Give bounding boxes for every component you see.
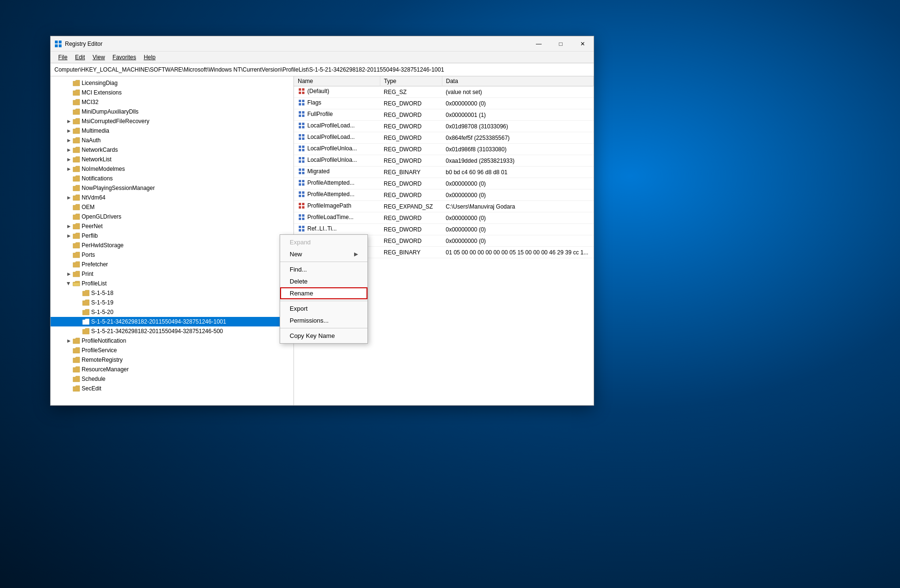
folder-icon bbox=[73, 185, 80, 191]
reg-name: ProfileAttempted... bbox=[294, 178, 380, 189]
tree-item-multimedia[interactable]: ▶ Multimedia bbox=[51, 126, 293, 136]
tree-item-nowplayingsessionmanager[interactable]: NowPlayingSessionManager bbox=[51, 183, 293, 193]
table-row[interactable]: LocalProfileUnloa... REG_DWORD 0x01d986f… bbox=[294, 144, 594, 155]
minimize-button[interactable]: — bbox=[528, 36, 550, 52]
tree-item-opengldrivers[interactable]: OpenGLDrivers bbox=[51, 212, 293, 221]
maximize-button[interactable]: □ bbox=[550, 36, 572, 52]
table-row[interactable]: Migrated REG_BINARY b0 bd c4 60 96 d8 d8… bbox=[294, 167, 594, 178]
tree-item-remoteregistry[interactable]: RemoteRegistry bbox=[51, 355, 293, 365]
folder-icon bbox=[73, 166, 80, 172]
tree-label: MiniDumpAuxiliaryDlls bbox=[82, 108, 138, 115]
svg-rect-29 bbox=[299, 157, 301, 159]
tree-item-ports[interactable]: Ports bbox=[51, 250, 293, 260]
svg-rect-50 bbox=[302, 214, 304, 217]
ctx-copy-key-name[interactable]: Copy Key Name bbox=[280, 330, 367, 342]
tree-label: Print bbox=[82, 271, 94, 277]
title-bar: Registry Editor — □ ✕ bbox=[51, 36, 594, 52]
folder-icon bbox=[73, 252, 80, 258]
tree-item-naauth[interactable]: ▶ NaAuth bbox=[51, 136, 293, 145]
svg-rect-25 bbox=[299, 146, 301, 148]
reg-type: REG_DWORD bbox=[380, 224, 442, 235]
col-name[interactable]: Name bbox=[294, 76, 380, 86]
ctx-rename[interactable]: Rename bbox=[280, 287, 367, 299]
reg-data: 0x864fef5f (2253385567) bbox=[442, 132, 594, 144]
tree-item-networklist[interactable]: ▶ NetworkList bbox=[51, 155, 293, 164]
ctx-export[interactable]: Export bbox=[280, 303, 367, 315]
reg-type: REG_EXPAND_SZ bbox=[380, 201, 442, 212]
reg-type: REG_DWORD bbox=[380, 98, 442, 109]
tree-pane[interactable]: LicensingDiag MCI Extensions MCI32 bbox=[51, 76, 294, 405]
reg-type: REG_DWORD bbox=[380, 178, 442, 189]
ctx-find[interactable]: Find... bbox=[280, 263, 367, 275]
tree-item-s-1-5-19[interactable]: S-1-5-19 bbox=[51, 298, 293, 307]
menu-edit[interactable]: Edit bbox=[71, 53, 89, 62]
tree-item-perflib[interactable]: ▶ Perflib bbox=[51, 231, 293, 241]
tree-item-notifications[interactable]: Notifications bbox=[51, 174, 293, 183]
tree-item-perhwidstorage[interactable]: PerHwIdStorage bbox=[51, 241, 293, 250]
tree-item-msicorruptedfilerecovery[interactable]: ▶ MsiCorruptedFileRecovery bbox=[51, 116, 293, 126]
table-row[interactable]: LocalProfileUnloa... REG_DWORD 0xaa19dde… bbox=[294, 155, 594, 167]
reg-data: 0x00000000 (0) bbox=[442, 224, 594, 235]
svg-rect-17 bbox=[299, 123, 301, 125]
table-row[interactable]: ProfileImagePath REG_EXPAND_SZ C:\Users\… bbox=[294, 201, 594, 212]
tree-item-s-1-5-21-1001[interactable]: S-1-5-21-3426298182-2011550494-328751246… bbox=[51, 317, 293, 326]
tree-item-minidumpauxiliarydlls[interactable]: MiniDumpAuxiliaryDlls bbox=[51, 107, 293, 116]
ctx-new[interactable]: New ▶ bbox=[280, 248, 367, 260]
tree-item-secedit[interactable]: SecEdit bbox=[51, 384, 293, 393]
tree-item-licensingdiag[interactable]: LicensingDiag bbox=[51, 78, 293, 88]
svg-rect-19 bbox=[299, 126, 301, 128]
table-row[interactable]: LocalProfileLoad... REG_DWORD 0x864fef5f… bbox=[294, 132, 594, 144]
tree-item-noimemodelmes[interactable]: ▶ NoImeModelmes bbox=[51, 164, 293, 174]
tree-item-profileservice[interactable]: ProfileService bbox=[51, 346, 293, 355]
menu-help[interactable]: Help bbox=[140, 53, 159, 62]
ctx-permissions[interactable]: Permissions... bbox=[280, 315, 367, 326]
tree-item-s-1-5-21-500[interactable]: S-1-5-21-3426298182-2011550494-328751246… bbox=[51, 326, 293, 336]
svg-rect-36 bbox=[302, 172, 304, 174]
tree-item-resourcemanager[interactable]: ResourceManager bbox=[51, 365, 293, 374]
ctx-expand-label: Expand bbox=[290, 239, 311, 246]
expand-arrow bbox=[65, 261, 73, 268]
reg-type: REG_BINARY bbox=[380, 247, 442, 258]
tree-item-print[interactable]: ▶ Print bbox=[51, 269, 293, 279]
svg-rect-12 bbox=[302, 103, 304, 105]
ctx-delete[interactable]: Delete bbox=[280, 275, 367, 287]
expand-arrow bbox=[65, 251, 73, 259]
window-title: Registry Editor bbox=[65, 41, 103, 47]
tree-item-networkcards[interactable]: ▶ NetworkCards bbox=[51, 145, 293, 155]
col-data[interactable]: Data bbox=[442, 76, 594, 86]
col-type[interactable]: Type bbox=[380, 76, 442, 86]
reg-type: REG_DWORD bbox=[380, 155, 442, 167]
table-row[interactable]: (Default) REG_SZ (value not set) bbox=[294, 86, 594, 98]
menu-view[interactable]: View bbox=[89, 53, 109, 62]
table-row[interactable]: ProfileAttempted... REG_DWORD 0x00000000… bbox=[294, 189, 594, 201]
expand-arrow bbox=[65, 346, 73, 354]
reg-data: 0x00000000 (0) bbox=[442, 212, 594, 224]
tree-item-mci32[interactable]: MCI32 bbox=[51, 97, 293, 107]
table-row[interactable]: FullProfile REG_DWORD 0x00000001 (1) bbox=[294, 109, 594, 121]
tree-label: ProfileService bbox=[82, 347, 117, 354]
tree-item-peernet[interactable]: ▶ PeerNet bbox=[51, 221, 293, 231]
tree-item-mciextensions[interactable]: MCI Extensions bbox=[51, 88, 293, 97]
menu-favorites[interactable]: Favorites bbox=[109, 53, 140, 62]
svg-rect-49 bbox=[299, 214, 301, 217]
menu-file[interactable]: File bbox=[54, 53, 71, 62]
tree-label: MCI Extensions bbox=[82, 89, 122, 96]
tree-item-prefetcher[interactable]: Prefetcher bbox=[51, 260, 293, 269]
tree-item-profilelist[interactable]: ▶ ProfileList bbox=[51, 279, 293, 288]
tree-label: OEM bbox=[82, 204, 94, 210]
tree-item-ntvdm64[interactable]: ▶ NtVdm64 bbox=[51, 193, 293, 202]
table-row[interactable]: ProfileAttempted... REG_DWORD 0x00000000… bbox=[294, 178, 594, 189]
tree-item-oem[interactable]: OEM bbox=[51, 202, 293, 212]
table-row[interactable]: Flags REG_DWORD 0x00000000 (0) bbox=[294, 98, 594, 109]
table-row[interactable]: ProfileLoadTime... REG_DWORD 0x00000000 … bbox=[294, 212, 594, 224]
expand-arrow bbox=[65, 366, 73, 373]
close-button[interactable]: ✕ bbox=[572, 36, 594, 52]
table-row[interactable]: LocalProfileLoad... REG_DWORD 0x01d98708… bbox=[294, 121, 594, 132]
tree-item-profilenotification[interactable]: ▶ ProfileNotification bbox=[51, 336, 293, 346]
tree-item-s-1-5-20[interactable]: S-1-5-20 bbox=[51, 307, 293, 317]
tree-item-schedule[interactable]: Schedule bbox=[51, 374, 293, 384]
ctx-export-label: Export bbox=[290, 305, 308, 312]
tree-item-s-1-5-18[interactable]: S-1-5-18 bbox=[51, 288, 293, 298]
table-row[interactable]: Ref..LI..Ti... REG_DWORD 0x00000000 (0) bbox=[294, 224, 594, 235]
expand-arrow bbox=[65, 184, 73, 192]
